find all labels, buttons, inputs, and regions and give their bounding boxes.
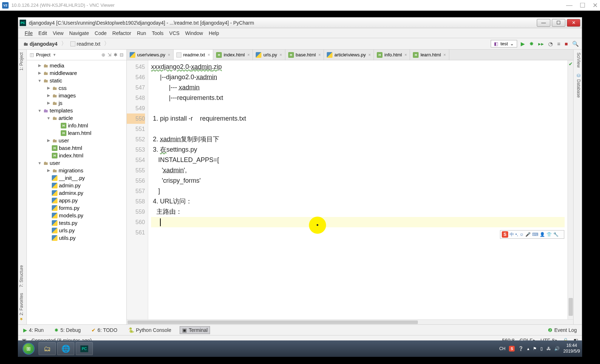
tab-base-html[interactable]: Hbase.html× [285, 50, 324, 60]
tree-templates[interactable]: ▼🖿templates [27, 107, 126, 114]
project-tree[interactable]: ▶🖿media ▶🖿middleware ▼🖿static ▶🖿css ▶🖿im… [27, 60, 126, 324]
menu-help[interactable]: Help [206, 30, 222, 36]
tool-sciview-tab[interactable]: SciView [574, 50, 582, 70]
taskbar-app-chrome[interactable]: 🌐 [57, 342, 74, 355]
tray-lang-indicator[interactable]: CH [499, 346, 505, 351]
run-with-coverage-button[interactable]: ▸▸ [538, 41, 544, 47]
menu-refactor[interactable]: Refactor [110, 30, 134, 36]
close-icon[interactable]: × [404, 52, 407, 57]
ime-tool-icon[interactable]: 🔧 [553, 232, 559, 237]
tree-middleware[interactable]: ▶🖿middleware [27, 69, 126, 77]
tab-info-html[interactable]: Hinfo.html× [374, 50, 410, 60]
ime-user-icon[interactable]: 👤 [540, 232, 545, 237]
menu-file[interactable]: File [22, 30, 36, 36]
tree-migrations[interactable]: ▶🖿migrations [27, 167, 126, 174]
tree-adminx-py[interactable]: adminx.py [27, 189, 126, 197]
tree-images[interactable]: ▶🖿images [27, 92, 126, 99]
vnc-maximize-button[interactable]: ☐ [580, 1, 585, 9]
ime-voice-icon[interactable]: 🎤 [525, 232, 531, 237]
debug-button[interactable]: ✸ [529, 41, 534, 47]
locate-icon[interactable]: ⊕ [101, 52, 105, 57]
tray-volume-icon[interactable]: 🔊 [554, 346, 560, 351]
menu-run[interactable]: Run [134, 30, 149, 36]
menu-tools[interactable]: Tools [149, 30, 166, 36]
tab-learn-html[interactable]: Hlearn.html× [410, 50, 449, 60]
tree-css[interactable]: ▶🖿css [27, 84, 126, 92]
tree-article[interactable]: ▼🖿article [27, 114, 126, 122]
window-minimize-button[interactable]: — [537, 19, 550, 27]
collapse-icon[interactable]: ⇲ [108, 52, 111, 57]
editor-body[interactable]: 545 546 547 548 549 550 551 552 553 554 … [127, 60, 573, 319]
ime-keyboard-icon[interactable]: ⌨ [532, 232, 538, 237]
tool-debug-tab[interactable]: ✸5: Debug [52, 327, 83, 334]
close-icon[interactable]: × [208, 52, 210, 57]
tree-urls-py[interactable]: urls.py [27, 227, 126, 234]
close-icon[interactable]: × [444, 52, 446, 57]
taskbar-app-pycharm[interactable]: PC [76, 342, 93, 355]
tool-todo-tab[interactable]: ✔6: TODO [89, 327, 120, 334]
tree-index-html[interactable]: Hindex.html [27, 152, 126, 159]
code-content[interactable]: xxxdjango2.0-xadmin.zip |--django2.0-xad… [148, 60, 568, 319]
tree-js[interactable]: ▶🖿js [27, 99, 126, 107]
tree-learn-html[interactable]: Hlearn.html [27, 129, 126, 137]
ime-emoji-icon[interactable]: ☺ [520, 232, 524, 237]
tool-python-console-tab[interactable]: 🐍Python Console [126, 327, 174, 334]
tool-structure-tab[interactable]: 7: Structure [18, 262, 26, 290]
ime-punct-icon[interactable]: •, [515, 232, 518, 237]
tree-apps-py[interactable]: apps.py [27, 197, 126, 204]
tray-clock[interactable]: 16:44 2019/5/9 [563, 343, 580, 354]
menu-code[interactable]: Code [92, 30, 109, 36]
profile-button[interactable]: ◔ [548, 41, 553, 47]
tab-user-views[interactable]: user\views.py× [127, 50, 174, 60]
horizontal-scrollbar[interactable] [127, 319, 573, 324]
tool-terminal-tab[interactable]: ▣Terminal [180, 326, 210, 334]
close-icon[interactable]: × [318, 52, 321, 57]
stop-button[interactable]: ■ [565, 41, 568, 47]
menu-vcs[interactable]: VCS [166, 30, 182, 36]
tree-forms-py[interactable]: forms.py [27, 204, 126, 212]
tab-article-views[interactable]: article\views.py× [324, 50, 374, 60]
breadcrumb-project[interactable]: 🖿 djangoday4 [21, 40, 60, 47]
tree-utils-py[interactable]: utils.py [27, 234, 126, 242]
tree-static[interactable]: ▼🖿static [27, 77, 126, 84]
breadcrumb-file[interactable]: readme.txt [68, 40, 102, 47]
concurrency-button[interactable]: ≡ [557, 41, 560, 47]
tree-models-py[interactable]: models.py [27, 212, 126, 219]
tool-project-tab[interactable]: 1: Project [18, 50, 26, 74]
start-menu-button[interactable]: ⊞ [20, 342, 37, 356]
close-icon[interactable]: × [247, 52, 250, 57]
close-icon[interactable]: × [368, 52, 371, 57]
tray-battery-icon[interactable]: ▯ [540, 346, 543, 351]
tree-user-app[interactable]: ▼🖿user [27, 159, 126, 167]
close-icon[interactable]: × [280, 52, 282, 57]
menu-edit[interactable]: Edit [36, 30, 50, 36]
tool-favorites-tab[interactable]: ★ 2: Favorites [18, 290, 26, 324]
tree-info-html[interactable]: Hinfo.html [27, 122, 126, 129]
tree-tests-py[interactable]: tests.py [27, 219, 126, 227]
tray-help-icon[interactable]: ❔ [518, 346, 524, 351]
tray-expand-icon[interactable]: ▴ [527, 346, 529, 351]
vnc-minimize-button[interactable]: — [566, 1, 572, 9]
tab-urls-py[interactable]: urls.py× [253, 50, 285, 60]
tab-index-html[interactable]: Hindex.html× [213, 50, 253, 60]
search-everywhere-button[interactable]: 🔍 [572, 41, 579, 47]
tree-user-tpl[interactable]: ▶🖿user [27, 137, 126, 144]
tool-database-tab[interactable]: ⛁ Database [574, 70, 582, 101]
vertical-scrollbar[interactable]: ✔ [568, 60, 573, 319]
menu-navigate[interactable]: Navigate [66, 30, 92, 36]
vnc-close-button[interactable]: ✕ [592, 1, 598, 9]
tree-init-py[interactable]: __init__.py [27, 174, 126, 182]
ime-lang-label[interactable]: 中 [510, 232, 514, 238]
tree-base-html[interactable]: Hbase.html [27, 144, 126, 152]
tray-sogou-icon[interactable]: S [509, 346, 515, 352]
window-maximize-button[interactable]: ☐ [552, 19, 565, 27]
tree-admin-py[interactable]: admin.py [27, 182, 126, 189]
menu-window[interactable]: Window [182, 30, 206, 36]
hide-icon[interactable]: ⊟ [120, 52, 124, 57]
dropdown-icon[interactable]: ▼ [52, 53, 56, 57]
tray-flag-icon[interactable]: ⚑ [533, 346, 537, 351]
ime-skin-icon[interactable]: 👕 [546, 232, 552, 237]
tool-event-log-tab[interactable]: ❷Event Log [546, 327, 579, 334]
tray-network-icon[interactable]: 🖧 [546, 346, 551, 351]
ime-toolbar[interactable]: S 中 •, ☺ 🎤 ⌨ 👤 👕 🔧 [500, 230, 564, 239]
